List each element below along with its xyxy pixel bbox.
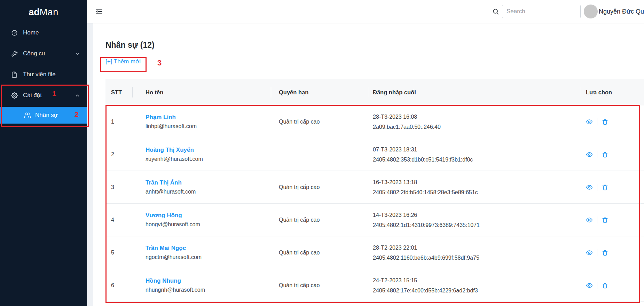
content-card: Nhân sự (12) [+] Thêm mới STT Họ tên Quy… <box>93 23 644 306</box>
row-actions <box>580 184 644 191</box>
action-divider <box>597 282 597 289</box>
last-login-cell: 16-T3-2023 13:18 2405:4802:2fd:b540:1458… <box>368 177 580 197</box>
trash-icon[interactable] <box>602 282 608 289</box>
trash-icon[interactable] <box>602 151 608 158</box>
page-title: Nhân sự (12) <box>105 40 644 50</box>
sidebar-item-home[interactable]: Home <box>0 22 87 43</box>
person-cell: Trần Mai Ngọc ngoctm@hurasoft.com <box>132 245 271 260</box>
sidebar-item-label: Thư viện file <box>23 71 56 78</box>
last-login-date: 16-T3-2023 13:18 <box>373 177 580 187</box>
person-role: Quản trị cấp cao <box>271 119 368 125</box>
person-email: anhtt@hurasoft.com <box>146 189 271 195</box>
table-body: 1 Phạm Linh linhpt@hurasoft.com Quản trị… <box>105 105 644 302</box>
content-area: Nhân sự (12) [+] Thêm mới STT Họ tên Quy… <box>87 23 644 306</box>
last-login-cell: 07-T3-2023 18:31 2405:4802:353:d1b0:c51:… <box>368 144 580 165</box>
person-name-link[interactable]: Hồng Nhung <box>146 277 271 284</box>
row-index: 3 <box>105 184 132 190</box>
person-cell: Hoàng Thị Xuyến xuyenht@hurasoft.com <box>132 147 271 162</box>
trash-icon[interactable] <box>602 184 608 191</box>
last-login-cell: 28-T2-2023 22:01 2405:4802:1160:be6b:a4b… <box>368 243 580 263</box>
person-role: Quản trị cấp cao <box>271 250 368 256</box>
trash-icon[interactable] <box>602 118 608 125</box>
sidebar: adMan Home Công cụ Thư viện file <box>0 0 87 306</box>
eye-icon[interactable] <box>586 118 593 125</box>
sidebar-nav: Home Công cụ Thư viện file Cài đặt <box>0 22 87 124</box>
person-name-link[interactable]: Hoàng Thị Xuyến <box>146 147 271 154</box>
eye-icon[interactable] <box>586 151 593 158</box>
users-icon <box>24 112 31 118</box>
person-name-link[interactable]: Vương Hồng <box>146 212 271 219</box>
eye-icon[interactable] <box>586 282 593 289</box>
gear-icon <box>11 92 18 99</box>
row-actions <box>580 118 644 125</box>
last-login-ip: 2405:4802:1160:be6b:a4b9:699f:58df:9a75 <box>373 253 580 263</box>
wrench-icon <box>11 50 18 57</box>
column-header-name: Họ tên <box>132 79 271 105</box>
last-login-ip: 2405:4802:2fd:b540:1458:28e3:5e89:651c <box>373 187 580 197</box>
action-divider <box>597 249 597 256</box>
chevron-down-icon <box>75 51 80 56</box>
user-name[interactable]: Nguyễn Đức Qu <box>599 8 644 15</box>
sidebar-item-label: Home <box>23 29 39 36</box>
file-icon <box>11 71 18 78</box>
table-row: 4 Vương Hồng hongvt@hurasoft.com Quản tr… <box>105 204 644 236</box>
table-row: 3 Trần Thị Ánh anhtt@hurasoft.com Quản t… <box>105 171 644 204</box>
speedometer-icon <box>11 30 18 36</box>
column-header-stt: STT <box>105 79 132 105</box>
last-login-ip: 2405:4802:1d1:4310:9973:6389:7435:1071 <box>373 220 580 230</box>
eye-icon[interactable] <box>586 184 593 191</box>
person-cell: Phạm Linh linhpt@hurasoft.com <box>132 114 271 130</box>
sidebar-item-personnel-active[interactable]: Nhân sự <box>0 107 87 124</box>
search-icon[interactable] <box>492 8 499 15</box>
table-header-row: STT Họ tên Quyền hạn Đăng nhập cuối Lựa … <box>105 79 644 105</box>
person-name-link[interactable]: Trần Mai Ngọc <box>146 245 271 252</box>
last-login-cell: 24-T2-2023 15:15 2405:4802:17e:4c00:d55b… <box>368 275 580 296</box>
last-login-cell: 28-T3-2023 16:08 2a09:bac1:7aa0:50::246:… <box>368 112 580 132</box>
person-cell: Vương Hồng hongvt@hurasoft.com <box>132 212 271 228</box>
last-login-date: 07-T3-2023 18:31 <box>373 144 580 155</box>
top-header: Nguyễn Đức Qu <box>87 0 644 23</box>
last-login-date: 24-T2-2023 15:15 <box>373 275 580 285</box>
table-row: 1 Phạm Linh linhpt@hurasoft.com Quản trị… <box>105 105 644 138</box>
action-divider <box>597 151 597 158</box>
table-row: 2 Hoàng Thị Xuyến xuyenht@hurasoft.com 0… <box>105 138 644 171</box>
person-email: ngoctm@hurasoft.com <box>146 254 271 260</box>
person-email: linhpt@hurasoft.com <box>146 123 271 130</box>
last-login-date: 28-T2-2023 22:01 <box>373 243 580 253</box>
person-email: nhungnh@hurasoft.com <box>146 287 271 293</box>
person-name-link[interactable]: Phạm Linh <box>146 114 271 121</box>
row-actions <box>580 151 644 158</box>
sidebar-toggle-icon[interactable] <box>95 7 103 16</box>
trash-icon[interactable] <box>602 249 608 256</box>
sidebar-item-file-library[interactable]: Thư viện file <box>0 64 87 85</box>
sidebar-item-tools[interactable]: Công cụ <box>0 43 87 64</box>
person-name-link[interactable]: Trần Thị Ánh <box>146 179 271 186</box>
last-login-date: 14-T3-2023 16:26 <box>373 210 580 220</box>
row-index: 2 <box>105 151 132 158</box>
person-email: xuyenht@hurasoft.com <box>146 156 271 162</box>
trash-icon[interactable] <box>602 217 608 223</box>
table-row: 5 Trần Mai Ngọc ngoctm@hurasoft.com Quản… <box>105 236 644 269</box>
column-header-role: Quyền hạn <box>271 79 368 105</box>
last-login-ip: 2a09:bac1:7aa0:50::246:40 <box>373 122 580 132</box>
logo-light-part: Man <box>40 7 58 18</box>
action-divider <box>597 118 597 125</box>
row-actions <box>580 217 644 223</box>
sidebar-item-label: Công cụ <box>23 50 45 57</box>
action-divider <box>597 184 597 191</box>
row-actions <box>580 282 644 289</box>
last-login-ip: 2405:4802:17e:4c00:d55b:4229:6ad2:bdf3 <box>373 285 580 296</box>
search-input[interactable] <box>502 5 581 18</box>
sidebar-subitem-label: Nhân sự <box>35 112 58 119</box>
eye-icon[interactable] <box>586 249 593 256</box>
person-role: Quản trị cấp cao <box>271 282 368 289</box>
action-divider <box>597 217 597 223</box>
personnel-table: STT Họ tên Quyền hạn Đăng nhập cuối Lựa … <box>105 79 644 302</box>
add-new-link[interactable]: [+] Thêm mới <box>105 58 141 65</box>
row-index: 5 <box>105 250 132 256</box>
person-role: Quản trị cấp cao <box>271 184 368 190</box>
eye-icon[interactable] <box>586 217 593 223</box>
avatar[interactable] <box>584 5 598 18</box>
last-login-date: 28-T3-2023 16:08 <box>373 112 580 122</box>
sidebar-item-settings[interactable]: Cài đặt <box>0 85 87 106</box>
